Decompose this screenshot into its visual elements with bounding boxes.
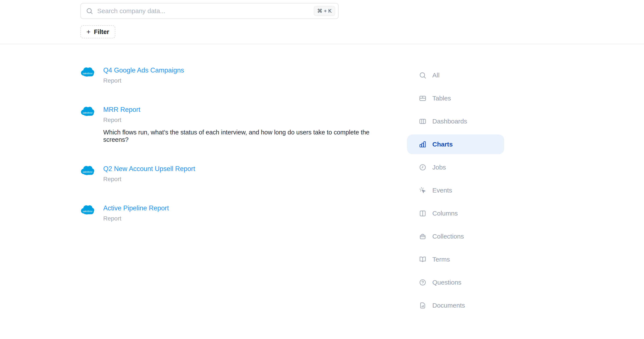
briefcase-icon <box>419 233 426 240</box>
cursor-click-icon <box>419 187 426 194</box>
search-result-item: salesforce Active Pipeline Report Report <box>80 204 394 222</box>
result-type-label: Report <box>103 215 169 222</box>
facet-item-jobs[interactable]: Jobs <box>407 158 504 177</box>
result-title-link[interactable]: MRR Report <box>103 106 140 114</box>
table-icon <box>419 95 426 102</box>
facet-item-events[interactable]: Events <box>407 180 504 200</box>
svg-text:salesforce: salesforce <box>82 210 92 212</box>
salesforce-logo-icon: salesforce <box>80 204 95 222</box>
result-body: Q2 New Account Upsell Report Report <box>103 165 195 182</box>
clock-icon <box>419 164 426 171</box>
result-type-label: Report <box>103 77 184 84</box>
result-title-link[interactable]: Active Pipeline Report <box>103 204 169 212</box>
question-circle-icon <box>419 279 426 286</box>
facet-item-dashboards[interactable]: Dashboards <box>407 112 504 131</box>
filter-button[interactable]: + Filter <box>80 26 115 38</box>
search-result-item: salesforce MRR Report Report Which flows… <box>80 106 394 143</box>
keyboard-shortcut-badge: ⌘ + K <box>314 6 335 16</box>
search-bar[interactable]: ⌘ + K <box>80 3 338 19</box>
filter-label: Filter <box>94 28 109 36</box>
salesforce-logo-icon: salesforce <box>80 67 95 84</box>
plus-icon: + <box>86 28 90 35</box>
facet-item-tables[interactable]: Tables <box>407 88 504 108</box>
facet-item-all[interactable]: All <box>407 66 504 85</box>
result-title-link[interactable]: Q2 New Account Upsell Report <box>103 165 195 173</box>
result-description: Which flows run, what’s the status of ea… <box>103 129 394 143</box>
search-result-item: salesforce Q2 New Account Upsell Report … <box>80 165 394 182</box>
facet-item-terms[interactable]: Terms <box>407 250 504 269</box>
document-chart-icon <box>419 302 426 309</box>
columns-icon <box>419 210 426 217</box>
result-type-label: Report <box>103 176 195 182</box>
search-icon <box>419 72 426 79</box>
facet-item-columns[interactable]: Columns <box>407 204 504 223</box>
book-open-icon <box>419 256 426 263</box>
result-body: Q4 Google Ads Campaigns Report <box>103 66 184 84</box>
facet-sidebar: All Tables Dashboards Charts Jobs Events… <box>407 66 504 318</box>
search-input[interactable] <box>97 7 314 15</box>
header-divider <box>0 44 644 44</box>
facet-item-collections[interactable]: Collections <box>407 226 504 246</box>
facet-item-charts[interactable]: Charts <box>407 134 504 154</box>
dashboard-columns-icon <box>419 118 426 125</box>
svg-text:salesforce: salesforce <box>82 112 92 114</box>
svg-text:salesforce: salesforce <box>82 171 92 173</box>
search-results-list: salesforce Q4 Google Ads Campaigns Repor… <box>80 66 394 244</box>
result-type-label: Report <box>103 116 394 124</box>
facet-item-documents[interactable]: Documents <box>407 296 504 315</box>
svg-text:salesforce: salesforce <box>82 72 92 75</box>
search-icon <box>86 8 93 14</box>
search-result-item: salesforce Q4 Google Ads Campaigns Repor… <box>80 66 394 84</box>
result-body: Active Pipeline Report Report <box>103 204 169 222</box>
salesforce-logo-icon: salesforce <box>80 106 95 143</box>
result-title-link[interactable]: Q4 Google Ads Campaigns <box>103 66 184 74</box>
facet-item-questions[interactable]: Questions <box>407 272 504 292</box>
salesforce-logo-icon: salesforce <box>80 165 95 182</box>
bar-chart-icon <box>419 141 426 148</box>
result-body: MRR Report Report Which flows run, what’… <box>103 106 394 143</box>
